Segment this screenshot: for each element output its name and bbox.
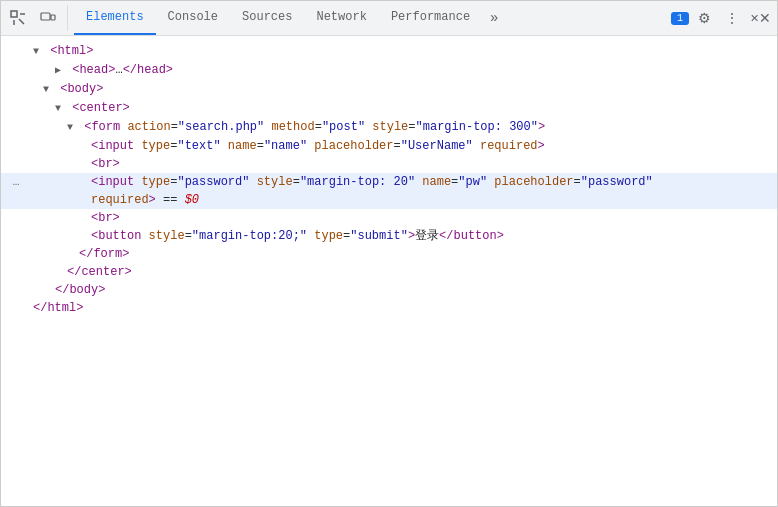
code-line-center-close[interactable]: </center>	[1, 263, 777, 281]
code-line-br1[interactable]: <br>	[1, 155, 777, 173]
tab-sources[interactable]: Sources	[230, 0, 304, 35]
code-line-center-open[interactable]: <center>	[1, 99, 777, 118]
tab-performance[interactable]: Performance	[379, 0, 482, 35]
svg-rect-4	[41, 13, 50, 20]
devtools-toolbar: Elements Console Sources Network Perform…	[1, 1, 777, 36]
triangle-head[interactable]	[55, 62, 65, 80]
code-line-html-close[interactable]: </html>	[1, 299, 777, 317]
code-line-body-close[interactable]: </body>	[1, 281, 777, 299]
code-line-html-open[interactable]: <html>	[1, 42, 777, 61]
toolbar-right-icons: 1 ⚙ ⋮ ✕	[671, 5, 773, 31]
code-line-button[interactable]: <button style="margin-top:20;" type="sub…	[1, 227, 777, 245]
tab-elements[interactable]: Elements	[74, 0, 156, 35]
inspect-element-button[interactable]	[5, 5, 31, 31]
triangle-html[interactable]	[33, 43, 43, 61]
code-line-br2[interactable]: <br>	[1, 209, 777, 227]
message-badge[interactable]: 1	[671, 12, 689, 25]
triangle-form[interactable]	[67, 119, 77, 137]
settings-button[interactable]: ⚙	[691, 5, 717, 31]
toolbar-icon-group	[5, 5, 68, 31]
code-line-head[interactable]: <head>…</head>	[1, 61, 777, 80]
device-toolbar-button[interactable]	[35, 5, 61, 31]
code-line-required[interactable]: required> == $0	[1, 191, 777, 209]
code-line-form-open[interactable]: <form action="search.php" method="post" …	[1, 118, 777, 137]
svg-rect-5	[51, 15, 55, 20]
svg-line-3	[19, 19, 24, 24]
code-line-form-close[interactable]: </form>	[1, 245, 777, 263]
elements-panel: <html> <head>…</head> <body> <center>	[1, 36, 777, 507]
code-line-input-password[interactable]: … <input type="password" style="margin-t…	[1, 173, 777, 191]
main-tabs: Elements Console Sources Network Perform…	[74, 1, 669, 35]
svg-rect-0	[11, 11, 17, 17]
code-line-body-open[interactable]: <body>	[1, 80, 777, 99]
more-options-button[interactable]: ⋮	[719, 5, 745, 31]
triangle-center[interactable]	[55, 100, 65, 118]
devtools-window: Elements Console Sources Network Perform…	[1, 1, 777, 507]
code-line-input-text[interactable]: <input type="text" name="name" placehold…	[1, 137, 777, 155]
close-devtools-button[interactable]: ✕	[747, 5, 773, 31]
tab-console[interactable]: Console	[156, 0, 230, 35]
triangle-body[interactable]	[43, 81, 53, 99]
tab-network[interactable]: Network	[304, 0, 378, 35]
tabs-overflow-button[interactable]: »	[482, 0, 506, 35]
